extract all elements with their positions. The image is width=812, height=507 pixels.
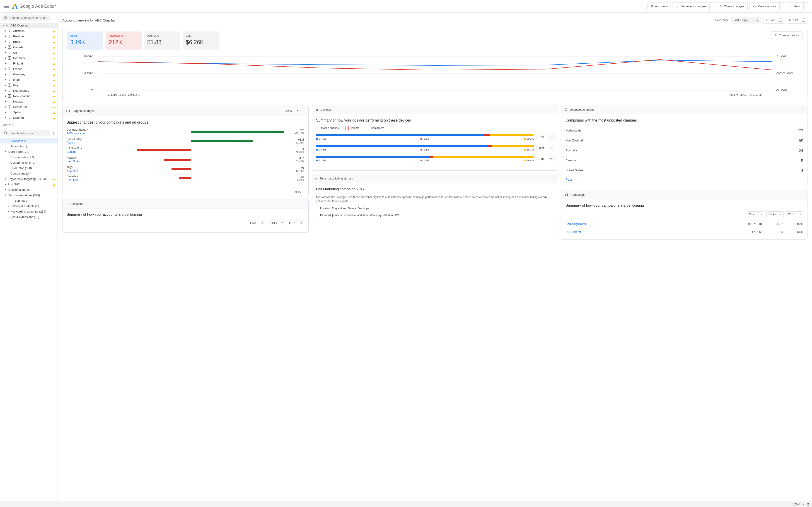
entity-search-more[interactable]: ⋮ — [51, 130, 56, 136]
device-legend-item: Computers — [366, 126, 384, 130]
unposted-row[interactable]: New Zealand85 — [565, 136, 803, 146]
account-root[interactable]: ▼⊞ABC Corp Inc. — [0, 23, 58, 28]
metric-box[interactable]: Impressions212K — [106, 32, 142, 50]
check-changes-button[interactable]: ⟳Check changes — [716, 2, 748, 10]
date-from-input[interactable]: 6/10/21 — [764, 17, 784, 23]
biggest-change-row[interactable]: Canada ›Heat Sink-64-5.24% — [67, 175, 304, 182]
campaign-tree-item[interactable]: ▶QSweden▲ — [0, 115, 58, 120]
metric-select[interactable]: Cost — [747, 211, 764, 217]
campaign-tree-item[interactable]: ▶QNew Zealand▲ — [0, 93, 58, 99]
device-metric-select[interactable]: Cost — [537, 134, 554, 140]
unposted-row[interactable]: Australia24 — [565, 146, 803, 156]
campaign-tree-item[interactable]: ▶QNorway▲ — [0, 99, 58, 104]
manage-tree: Overview ↗Accounts (1)▶Shared library (9… — [0, 138, 58, 502]
campaign-tree-item[interactable]: ▶QSearch-39▲ — [0, 104, 58, 110]
manage-item[interactable]: ▼Recommendations (329) — [0, 192, 58, 198]
manage-item[interactable]: Custom rules (27) — [0, 154, 58, 160]
campaign-tree-item[interactable]: ▶QGermany▲ — [0, 71, 58, 77]
metric-box[interactable]: Clicks3.19K — [67, 32, 103, 50]
get-recent-changes-button[interactable]: ⭳Get recent changes — [672, 2, 709, 10]
pager-prev[interactable]: ‹ — [289, 190, 289, 193]
biggest-changes-panel: ⫾⫾⫾ Biggest changes Clicks ⋮ Biggest cha… — [62, 105, 309, 196]
post-button[interactable]: ⭱Post — [786, 2, 804, 10]
edit-icon: ✎ — [774, 34, 777, 37]
more-icon[interactable]: ⋮ — [302, 202, 305, 206]
device-metric-select[interactable]: Impr. — [537, 145, 554, 151]
campaign-tree-item[interactable]: ▶QCanada▲ — [0, 44, 58, 50]
main-content: Account overview for ABC Corp Inc. Date … — [58, 13, 812, 502]
manage-item[interactable]: Custom actions (0) — [0, 160, 58, 165]
more-icon[interactable]: ⋮ — [552, 108, 555, 111]
metric-box[interactable]: Avg. CPC$1.88 — [144, 32, 180, 50]
get-recent-changes-dropdown[interactable] — [710, 2, 714, 10]
more-icon[interactable]: ⋮ — [302, 109, 305, 112]
post-link[interactable]: Post — [565, 176, 803, 183]
campaign-tree-item[interactable]: ▶QAustralia▲ — [0, 28, 58, 34]
manage-item[interactable]: ▶Bidding & budgets (11) — [0, 203, 58, 209]
more-icon[interactable]: ⋮ — [801, 108, 804, 111]
campaign-tree-item[interactable]: ▶QIsrael▲ — [0, 77, 58, 82]
unposted-row[interactable]: United States4 — [565, 166, 803, 176]
biggest-change-row[interactable]: Italy ›Heat Sink-98-32.43% — [67, 165, 304, 172]
more-icon[interactable]: ⋮ — [552, 177, 555, 180]
more-icon[interactable]: ⋮ — [801, 193, 804, 196]
view-statistics-button[interactable]: ⫾⫾View statistics — [750, 2, 779, 10]
campaign-search-more[interactable]: ⋮ — [51, 14, 56, 21]
ads-logo-icon — [12, 3, 18, 9]
metric-select[interactable]: CTR — [786, 211, 803, 217]
unposted-row[interactable]: Netherlands177 — [565, 126, 803, 136]
campaign-search[interactable] — [2, 14, 50, 21]
metric-select[interactable]: Clicks — [766, 211, 784, 217]
campaign-tree-item[interactable]: ▶QDenmark▲ — [0, 55, 58, 61]
biggest-change-row[interactable]: Norway ›Heat Sinks-110-32.40% — [67, 156, 304, 163]
date-range-select[interactable]: Last 7 days — [731, 17, 761, 23]
manage-item[interactable]: ▶Keywords & targeting (8,434)▲ — [0, 176, 58, 181]
up-arrow-icon: ↑ — [316, 213, 318, 217]
device-metric-select[interactable]: CTR — [537, 156, 554, 162]
manage-item[interactable]: ▶Ads (191)▲ — [0, 181, 58, 187]
entity-search[interactable] — [2, 130, 50, 136]
unposted-row[interactable]: Canada5 — [565, 156, 803, 166]
campaign-tree-item[interactable]: ▶QCII▲ — [0, 50, 58, 55]
campaign-tree-item[interactable]: ▶QFrance▲ — [0, 66, 58, 71]
campaign-search-input[interactable] — [9, 16, 48, 19]
campaign-summary-row[interactable]: CampaignName+$1,716.811,1570.80% — [565, 220, 803, 228]
metric-select[interactable]: CTR — [287, 220, 304, 226]
manage-item[interactable]: ▶Ad extensions (0) — [0, 187, 58, 192]
panel-header-label: Devices — [320, 108, 331, 111]
manage-item[interactable]: Overview ↗ — [0, 138, 58, 144]
accounts-button[interactable]: ⊞Accounts — [647, 2, 670, 10]
biggest-changes-metric-select[interactable]: Clicks — [283, 108, 300, 113]
campaign-tree-item[interactable]: ▶QBelgium▲ — [0, 34, 58, 39]
menu-icon[interactable] — [4, 4, 9, 9]
campaign-tree-item[interactable]: ▶QFinland▲ — [0, 61, 58, 66]
metric-box[interactable]: Cost$6.26K — [183, 32, 219, 50]
svg-text:1.6K: 1.6K — [776, 55, 788, 58]
biggest-change-row[interactable]: CampaignName ›AdGroupName+470+13.10% — [67, 128, 304, 135]
svg-text:800.00: 800.00 — [776, 72, 794, 75]
campaign-summary-row[interactable]: US General+$776.553243.56% — [565, 228, 803, 236]
manage-item[interactable]: Campaigns (24) — [0, 171, 58, 176]
campaign-tree-item[interactable]: ▶QSpain▲ — [0, 110, 58, 115]
entity-search-input[interactable] — [9, 131, 48, 135]
metric-select[interactable]: Cost — [248, 220, 265, 226]
biggest-change-row[interactable]: Black Friday ›Apples+318+11.23% — [67, 137, 304, 145]
manage-item[interactable]: ▶Keywords & targeting (239) — [0, 209, 58, 214]
manage-item[interactable]: Error Infos (380) — [0, 165, 58, 171]
post-dropdown[interactable] — [804, 2, 808, 10]
campaign-tree-item[interactable]: ▶QItaly▲ — [0, 82, 58, 88]
metric-select[interactable]: Clicks — [267, 220, 285, 226]
calendar-icon — [802, 18, 805, 22]
view-statistics-dropdown[interactable] — [779, 2, 784, 10]
change-metrics-button[interactable]: ✎Change metrics — [771, 32, 803, 39]
campaign-tree-item[interactable]: ▶QBrazil▲ — [0, 39, 58, 44]
manage-item[interactable]: Summary — [0, 198, 58, 203]
pager-next[interactable]: › — [304, 190, 305, 193]
date-to-input[interactable]: 6/16/21 — [786, 17, 807, 23]
manage-item[interactable]: ▶Shared library (9) — [0, 149, 58, 154]
grid-icon: ⊞ — [651, 5, 653, 8]
campaign-tree-item[interactable]: ▶QNetherlands▲ — [0, 88, 58, 93]
manage-item[interactable]: ▶Ads & extensions (79) — [0, 214, 58, 220]
biggest-change-row[interactable]: US Specifc ›General-271-40.34% — [67, 147, 304, 154]
manage-item[interactable]: Accounts (1) — [0, 144, 58, 149]
